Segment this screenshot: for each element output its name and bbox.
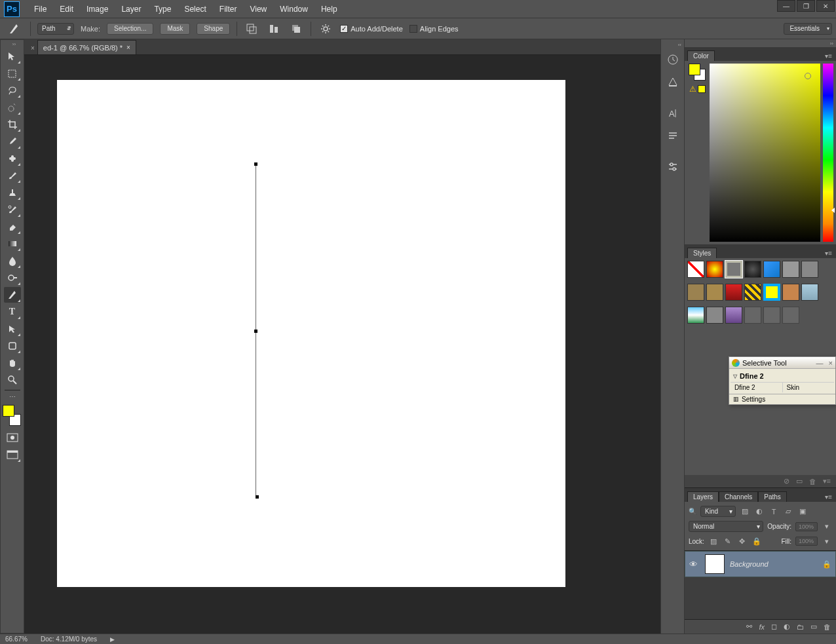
style-swatch[interactable] <box>763 261 780 278</box>
lock-transparency-icon[interactable]: ▨ <box>708 536 719 546</box>
dodge-tool[interactable] <box>4 270 21 286</box>
menu-view[interactable]: View <box>243 2 273 16</box>
layer-row[interactable]: 👁 Background 🔒 <box>685 551 836 577</box>
style-swatch[interactable] <box>687 307 704 324</box>
layer-style-icon[interactable]: fx <box>759 623 765 631</box>
zoom-level[interactable]: 66.67% <box>5 635 28 643</box>
styles-tab[interactable]: Styles <box>687 248 717 258</box>
lasso-tool[interactable] <box>4 83 21 98</box>
clone-stamp-tool[interactable] <box>4 185 21 200</box>
foreground-swatch[interactable] <box>689 64 700 75</box>
workspace-select[interactable]: Essentials <box>784 23 832 35</box>
shape-tool[interactable] <box>4 338 21 354</box>
document-tab-close[interactable]: × <box>126 44 130 51</box>
make-selection-button[interactable]: Selection... <box>107 23 153 35</box>
marquee-tool[interactable] <box>4 66 21 81</box>
menu-window[interactable]: Window <box>273 2 314 16</box>
active-tool-icon[interactable] <box>5 22 24 35</box>
actions-panel-icon[interactable] <box>664 73 681 90</box>
history-panel-icon[interactable] <box>664 51 681 68</box>
quick-mask-toggle[interactable] <box>4 430 21 445</box>
anchor-point[interactable] <box>254 162 257 166</box>
layer-name[interactable]: Background <box>730 560 769 568</box>
lock-image-icon[interactable]: ✎ <box>723 536 733 546</box>
new-icon[interactable]: ▭ <box>796 477 803 485</box>
brush-tool[interactable] <box>4 168 21 183</box>
gamut-warning-swatch[interactable] <box>698 85 706 93</box>
fill-input[interactable]: 100% <box>795 537 818 546</box>
styles-panel-menu-icon[interactable]: ▾≡ <box>824 248 833 258</box>
character-panel-icon[interactable]: A <box>664 105 681 122</box>
style-swatch[interactable] <box>782 307 799 324</box>
style-swatch[interactable] <box>763 284 780 301</box>
path-arrangement-icon[interactable] <box>288 21 304 37</box>
menu-edit[interactable]: Edit <box>53 2 80 16</box>
path-selection-tool[interactable] <box>4 321 21 337</box>
layers-panel-menu-icon[interactable]: ▾≡ <box>824 492 833 502</box>
color-field[interactable] <box>710 64 820 242</box>
layers-tab[interactable]: Layers <box>687 491 719 502</box>
paragraph-panel-icon[interactable] <box>664 127 681 144</box>
crop-tool[interactable] <box>4 117 21 132</box>
quick-selection-tool[interactable] <box>4 100 21 115</box>
dock-expand-toggle[interactable]: ‹‹ <box>661 41 684 48</box>
make-shape-button[interactable]: Shape <box>197 23 230 35</box>
opacity-input[interactable]: 100% <box>795 522 818 531</box>
filter-adjustment-icon[interactable]: ◐ <box>754 506 765 517</box>
tools-collapse-toggle[interactable]: ›› <box>1 40 24 48</box>
edit-toolbar-icon[interactable]: ⋯ <box>4 392 21 400</box>
style-swatch[interactable] <box>744 307 761 324</box>
channels-tab[interactable]: Channels <box>719 491 758 502</box>
style-swatch[interactable] <box>706 307 723 324</box>
document-tab[interactable]: ed-1 @ 66.7% (RGB/8) * × <box>37 40 136 54</box>
opacity-scrubby-icon[interactable]: ▾ <box>822 521 832 532</box>
style-swatch[interactable] <box>763 307 780 324</box>
layer-thumbnail[interactable] <box>705 554 725 574</box>
style-swatch[interactable] <box>782 284 799 301</box>
anchor-point[interactable] <box>254 330 257 333</box>
blend-mode-select[interactable]: Normal <box>689 521 763 532</box>
canvas-viewport[interactable] <box>24 55 660 634</box>
blur-tool[interactable] <box>4 253 21 269</box>
filter-pixel-icon[interactable]: ▨ <box>740 506 750 517</box>
eraser-tool[interactable] <box>4 219 21 235</box>
filter-type-icon[interactable]: T <box>769 506 779 517</box>
selective-tool-section[interactable]: ▽ Dfine 2 <box>731 370 834 382</box>
selective-tool-close[interactable]: × <box>829 359 833 367</box>
menu-layer[interactable]: Layer <box>115 2 147 16</box>
style-swatch[interactable] <box>687 284 704 301</box>
link-layers-icon[interactable]: ⚯ <box>746 622 752 631</box>
selective-tool-cell[interactable]: Dfine 2 <box>731 383 783 392</box>
type-tool[interactable]: T <box>4 304 21 320</box>
style-swatch[interactable] <box>706 261 723 278</box>
gear-icon[interactable] <box>318 21 333 37</box>
gamut-warning-icon[interactable]: ⚠ <box>689 85 696 94</box>
doc-info[interactable]: Doc: 4.12M/0 bytes <box>41 635 97 643</box>
path-operations-icon[interactable] <box>244 21 259 37</box>
hand-tool[interactable] <box>4 355 21 371</box>
menu-filter[interactable]: Filter <box>213 2 244 16</box>
lock-position-icon[interactable]: ✥ <box>737 536 748 546</box>
layer-visibility-icon[interactable]: 👁 <box>689 559 700 569</box>
selective-tool-settings[interactable]: Settings <box>742 396 765 403</box>
doc-info-arrow-icon[interactable]: ▶ <box>110 636 115 643</box>
no-action-icon[interactable]: ⊘ <box>784 477 789 485</box>
layer-mask-icon[interactable]: ◻ <box>771 622 777 631</box>
style-swatch[interactable] <box>782 261 799 278</box>
selective-tool-minimize[interactable]: — <box>816 359 824 367</box>
healing-brush-tool[interactable] <box>4 151 21 166</box>
make-mask-button[interactable]: Mask <box>160 23 190 35</box>
close-button[interactable]: ✕ <box>816 0 835 12</box>
style-swatch[interactable] <box>725 261 742 278</box>
style-swatch[interactable] <box>687 261 704 278</box>
foreground-color-swatch[interactable] <box>3 405 14 417</box>
history-brush-tool[interactable] <box>4 202 21 218</box>
layer-filter-select[interactable]: Kind <box>700 506 736 517</box>
style-swatch[interactable] <box>725 284 742 301</box>
zoom-tool[interactable] <box>4 372 21 388</box>
align-edges-checkbox[interactable]: Align Edges <box>409 25 459 33</box>
delete-layer-icon[interactable]: 🗑 <box>824 623 831 631</box>
path-alignment-icon[interactable] <box>266 21 282 37</box>
selective-tool-titlebar[interactable]: Selective Tool — × <box>729 357 835 369</box>
hue-slider[interactable] <box>823 64 833 242</box>
